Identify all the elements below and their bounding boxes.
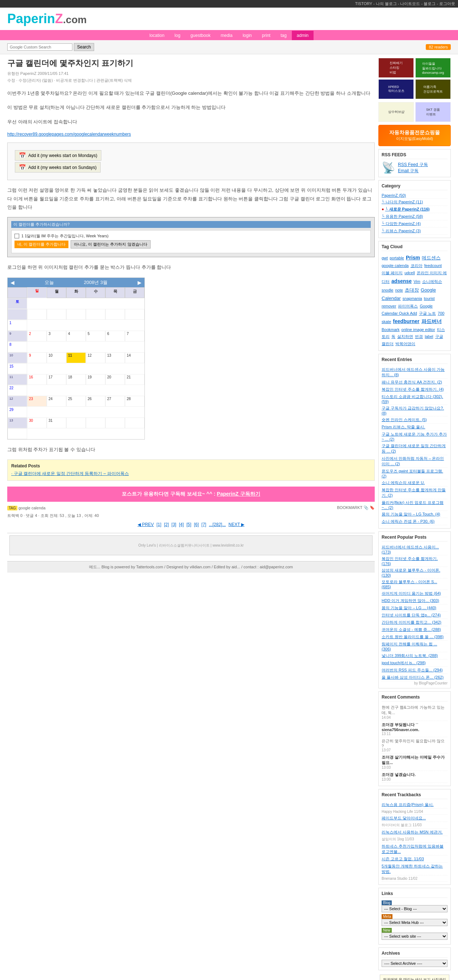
category-link-5[interactable]: └ 다양한 PaperinZ (4) bbox=[381, 221, 421, 226]
nav-item-media[interactable]: media bbox=[216, 31, 238, 40]
pagination-4[interactable]: [4] bbox=[179, 522, 184, 527]
search-button[interactable]: Search bbox=[74, 43, 94, 51]
tag-remover[interactable]: remover bbox=[381, 304, 396, 308]
cal-cell-1-1[interactable] bbox=[27, 309, 47, 320]
tag-label[interactable]: label bbox=[425, 334, 433, 339]
category-item-1[interactable]: PaperinZ (50) bbox=[381, 192, 447, 199]
pagination-7[interactable]: [7] bbox=[201, 522, 206, 527]
tag-feedburner[interactable]: feedburner bbox=[393, 318, 419, 324]
cal-cell-5-1[interactable]: 23 bbox=[27, 396, 47, 407]
category-link-1[interactable]: PaperinZ (50) bbox=[381, 193, 406, 197]
cal-cell-5-6[interactable]: 28 bbox=[125, 396, 144, 407]
rss-feed-link[interactable]: RSS Feed 구독 bbox=[398, 162, 428, 168]
tag-pakmodan[interactable]: 박목어댄이 bbox=[395, 342, 415, 346]
cal-cell-2-2[interactable]: 3 bbox=[47, 331, 66, 342]
tag-korea[interactable]: 코리아 bbox=[410, 263, 423, 268]
calendar-prev-btn[interactable]: ◀ bbox=[11, 280, 14, 285]
tag-snodle[interactable]: snodle bbox=[381, 288, 393, 292]
cal-cell-4-5[interactable]: 20 bbox=[105, 374, 125, 385]
cal-cell-3-2[interactable]: 10 bbox=[47, 352, 66, 363]
cal-cell-3-5[interactable]: 13 bbox=[105, 352, 125, 363]
cal-cell-1-5[interactable] bbox=[105, 309, 125, 320]
select-blog[interactable]: --- Select - Blog --- bbox=[381, 905, 447, 912]
tag-tourist[interactable]: tourist bbox=[424, 296, 435, 301]
cal-cell-4-2[interactable]: 17 bbox=[47, 374, 66, 385]
pagination-2[interactable]: [2] bbox=[164, 522, 169, 527]
archives-select[interactable]: ---- Select Archive ---- bbox=[381, 960, 447, 967]
tag-portable[interactable]: portable bbox=[389, 256, 404, 260]
category-item-4[interactable]: └ 유용한 PaperinZ (58) bbox=[381, 213, 447, 220]
popup-cancel-btn[interactable]: 아니요, 이 캘린더는 추가하지 않겠습니다 bbox=[70, 240, 150, 248]
search-input[interactable] bbox=[7, 43, 72, 51]
pagination-5[interactable]: [5] bbox=[187, 522, 191, 527]
category-link-6[interactable]: └ 리뷰스 PaperinZ (3) bbox=[381, 229, 421, 233]
category-item-5[interactable]: └ 다양한 PaperinZ (4) bbox=[381, 220, 447, 228]
nav-item-tag[interactable]: tag bbox=[276, 31, 292, 40]
rss-email-link[interactable]: Email 구독 bbox=[398, 168, 428, 174]
cal-cell-1-3[interactable] bbox=[66, 309, 86, 320]
tag-invitation[interactable]: 초대장 bbox=[405, 287, 419, 293]
cal-cell-6-7[interactable] bbox=[8, 428, 27, 439]
cal-cell-2-5[interactable]: 6 bbox=[105, 331, 125, 342]
tag-medsense[interactable]: 메드센스 bbox=[422, 255, 440, 261]
category-item-2[interactable]: └ 나다의 PaperinZ (11) bbox=[381, 199, 447, 206]
cal-cell-1-6[interactable] bbox=[125, 309, 144, 320]
cal-cell-1-7[interactable]: 1 bbox=[8, 320, 27, 331]
nav-item-location[interactable]: location bbox=[144, 31, 169, 40]
tag-padburner[interactable]: 파드버너 bbox=[421, 318, 442, 324]
tag-google-calenda[interactable]: google calenda bbox=[381, 263, 409, 268]
cal-cell-5-5[interactable]: 27 bbox=[105, 396, 125, 407]
subscribe-link[interactable]: PaperinZ 구독하기 bbox=[217, 491, 260, 497]
pagination-3[interactable]: [3] bbox=[172, 522, 176, 527]
tag-evil-page[interactable]: 이블 페이지 bbox=[381, 270, 402, 275]
tag-sonyericsson[interactable]: 소니에릭슨 bbox=[422, 279, 442, 284]
select-meta[interactable]: --- Select Meta Hub --- bbox=[381, 919, 447, 926]
cal-cell-3-6[interactable]: 14 bbox=[125, 352, 144, 363]
tag-note[interactable]: note bbox=[395, 288, 402, 292]
cal-cell-5-7[interactable]: 29 bbox=[8, 407, 27, 417]
gcal-sunday-btn[interactable]: 📅 Add it (my weeks start on Sundays) bbox=[15, 162, 101, 173]
tag-gwt[interactable]: gwt bbox=[381, 256, 388, 260]
pagination-1[interactable]: [1] bbox=[156, 522, 161, 527]
cal-cell-6-6[interactable] bbox=[125, 417, 144, 428]
tag-feedcount[interactable]: feedcount bbox=[424, 263, 442, 268]
calendar-next-btn[interactable]: ▶ bbox=[137, 280, 142, 285]
cal-cell-6-2[interactable]: 31 bbox=[47, 417, 66, 428]
category-item-6[interactable]: └ 리뷰스 PaperinZ (3) bbox=[381, 228, 447, 235]
tag-snapmania[interactable]: snapmania bbox=[402, 296, 422, 301]
nav-item-log[interactable]: log bbox=[169, 31, 185, 40]
popup-add-btn[interactable]: 네, 이 캘린더를 추가합니다 bbox=[14, 240, 69, 248]
tag-bookmark[interactable]: Bookmark bbox=[381, 328, 400, 332]
category-link-2[interactable]: └ 나다의 PaperinZ (11) bbox=[381, 200, 423, 204]
cal-cell-4-7[interactable]: 22 bbox=[8, 385, 27, 396]
nav-item-guestbook[interactable]: guestbook bbox=[185, 31, 215, 40]
cal-cell-5-4[interactable]: 26 bbox=[86, 396, 105, 407]
cal-cell-6-4[interactable] bbox=[86, 417, 105, 428]
tag-change[interactable]: 번경 bbox=[415, 334, 423, 339]
cal-cell-5-3[interactable]: 25 bbox=[66, 396, 86, 407]
cal-cell-3-7[interactable]: 15 bbox=[8, 363, 27, 374]
pagination-6[interactable]: [6] bbox=[194, 522, 199, 527]
cal-cell-6-1[interactable]: 30 bbox=[27, 417, 47, 428]
tag-online-image-editor[interactable]: online image editor bbox=[402, 328, 435, 332]
tag-adsense[interactable]: adsense bbox=[391, 278, 412, 284]
cal-cell-4-3[interactable]: 18 bbox=[66, 374, 86, 385]
cal-cell-3-4[interactable]: 12 bbox=[86, 352, 105, 363]
gcal-monday-btn[interactable]: 📅 Add it (my weeks start on Mondays) bbox=[15, 150, 101, 161]
nav-item-admin[interactable]: admin bbox=[292, 31, 314, 40]
cal-cell-3-3[interactable]: 11 bbox=[66, 352, 86, 363]
cal-cell-4-4[interactable]: 19 bbox=[86, 374, 105, 385]
nav-item-login[interactable]: login bbox=[238, 31, 257, 40]
article-link[interactable]: http://recover89.googlepages.com/googlec… bbox=[7, 132, 375, 137]
tag-700[interactable]: 700 bbox=[438, 311, 444, 315]
cal-cell-2-7[interactable]: 8 bbox=[8, 342, 27, 352]
pagination-prev[interactable]: ◀ PREV bbox=[137, 522, 154, 527]
cal-cell-1-2[interactable] bbox=[47, 309, 66, 320]
cal-cell-2-6[interactable]: 7 bbox=[125, 331, 144, 342]
cal-cell-5-2[interactable]: 24 bbox=[47, 396, 66, 407]
category-link-4[interactable]: └ 유용한 PaperinZ (58) bbox=[381, 214, 423, 218]
tag-prism[interactable]: Prism bbox=[406, 255, 420, 261]
tag-vim[interactable]: Vim bbox=[413, 279, 420, 284]
nav-item-print[interactable]: print bbox=[257, 31, 276, 40]
cal-cell-2-1[interactable]: 2 bbox=[27, 331, 47, 342]
